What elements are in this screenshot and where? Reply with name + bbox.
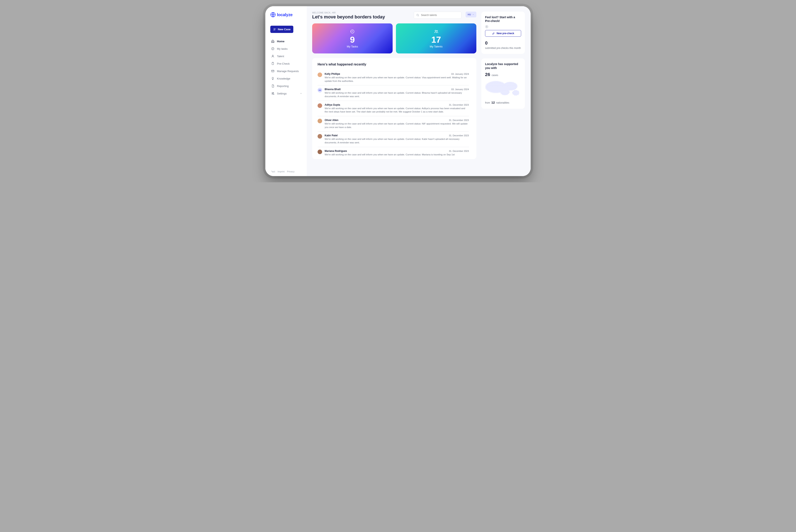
avatar	[318, 119, 322, 123]
activity-item[interactable]: BBBhavna Bhatt03. January 2024We're stil…	[318, 86, 469, 101]
support-card: Localyze has supported you with 26 cases…	[481, 58, 525, 109]
chevron-down-icon	[472, 14, 474, 16]
tasks-label: My Tasks	[316, 45, 388, 48]
precheck-stat: 0 submitted pre-checks this month	[485, 40, 521, 50]
activity-card: Here's what happened recently Kelly Phil…	[312, 58, 476, 159]
support-title: Localyze has supported you with	[485, 62, 521, 70]
avatar	[318, 150, 322, 154]
home-icon	[271, 40, 275, 43]
svg-point-6	[273, 92, 274, 93]
precheck-card: Feel lost? Start with a Pre-check! i New…	[481, 12, 525, 54]
activity-message: We're still working on the case and will…	[325, 137, 469, 144]
cases-label: cases	[492, 74, 498, 77]
search-input[interactable]	[414, 12, 461, 19]
activity-message: We're still working on the case and will…	[325, 91, 469, 98]
activity-body: Kabir Patel31. December 2023We're still …	[325, 134, 469, 144]
mail-icon	[271, 70, 275, 73]
svg-point-2	[272, 48, 274, 50]
search-icon	[416, 14, 419, 17]
sidebar-item-settings[interactable]: Settings	[270, 90, 303, 97]
brand-logo: localyze	[270, 12, 303, 17]
new-precheck-button[interactable]: New pre-check	[485, 30, 521, 37]
user-menu[interactable]: HU	[466, 12, 476, 17]
main: WELCOME BACK, HR! Let's move beyond bord…	[307, 6, 531, 176]
activity-title: Here's what happened recently	[318, 62, 471, 66]
activity-date: 03. January 2024	[451, 73, 469, 75]
edit-icon	[492, 32, 495, 35]
sidebar-item-mytasks[interactable]: My tasks	[270, 45, 303, 52]
activity-message: We're still working on the case and will…	[325, 76, 469, 83]
svg-point-1	[274, 28, 275, 30]
activity-item[interactable]: Aditya Gupta31. December 2023We're still…	[318, 101, 469, 116]
check-circle-icon	[271, 47, 275, 50]
precheck-title: Feel lost? Start with a Pre-check!	[485, 15, 521, 23]
activity-body: Mariana Rodrigues31. December 2023We're …	[325, 150, 469, 156]
header-row: WELCOME BACK, HR! Let's move beyond bord…	[312, 12, 476, 20]
sidebar-footer: *act Imprint Privacy	[270, 170, 303, 173]
new-case-label: New Case	[278, 28, 291, 31]
activity-body: Aditya Gupta31. December 2023We're still…	[325, 103, 469, 114]
activity-item[interactable]: Oliver Allen31. December 2023We're still…	[318, 116, 469, 132]
avatar	[318, 103, 322, 108]
activity-body: Kelly Phillipe03. January 2024We're stil…	[325, 73, 469, 83]
footer-link-act[interactable]: *act	[271, 170, 275, 173]
cases-count: 26	[485, 72, 490, 77]
footer-link-privacy[interactable]: Privacy	[287, 170, 295, 173]
activity-item[interactable]: Mariana Rodrigues31. December 2023We're …	[318, 147, 469, 157]
sliders-icon	[271, 92, 275, 95]
sidebar-item-managerequests[interactable]: Manage Requests	[270, 68, 303, 74]
search-wrap	[414, 12, 461, 19]
stat-card-tasks[interactable]: 9 My Tasks	[312, 23, 393, 54]
talents-label: My Talents	[400, 45, 472, 48]
right-column: Feel lost? Start with a Pre-check! i New…	[481, 12, 525, 170]
user-plus-icon	[273, 28, 276, 31]
sidebar-item-talent[interactable]: Talent	[270, 53, 303, 59]
clipboard-icon	[271, 62, 275, 65]
nat-label: nationalities	[496, 101, 509, 104]
activity-body: Bhavna Bhatt03. January 2024We're still …	[325, 88, 469, 98]
world-map-icon	[485, 80, 521, 97]
sidebar-item-label: Pre-Check	[277, 62, 290, 65]
activity-message: We're still working on the case and will…	[325, 107, 469, 114]
activity-list[interactable]: Kelly Phillipe03. January 2024We're stil…	[318, 70, 471, 157]
svg-point-11	[437, 31, 438, 32]
activity-name: Bhavna Bhatt	[325, 88, 340, 91]
activity-body: Oliver Allen31. December 2023We're still…	[325, 119, 469, 129]
new-case-button[interactable]: New Case	[270, 26, 293, 33]
lightbulb-icon	[271, 77, 275, 80]
from-label: from	[485, 101, 490, 104]
nat-count: 12	[491, 101, 495, 104]
avatar	[318, 134, 322, 138]
greeting: WELCOME BACK, HR! Let's move beyond bord…	[312, 12, 410, 20]
new-precheck-label: New pre-check	[497, 32, 514, 35]
sidebar-item-label: Settings	[277, 92, 287, 95]
activity-name: Oliver Allen	[325, 119, 338, 121]
activity-name: Kabir Patel	[325, 134, 338, 137]
sidebar-item-reporting[interactable]: Reporting	[270, 83, 303, 89]
footer-link-imprint[interactable]: Imprint	[278, 170, 284, 173]
stat-card-talents[interactable]: 17 My Talents	[396, 23, 476, 54]
sidebar-item-label: Home	[277, 40, 284, 43]
activity-item[interactable]: Kelly Phillipe03. January 2024We're stil…	[318, 70, 469, 86]
support-nationalities: from 12 nationalities	[485, 100, 521, 104]
user-icon	[271, 55, 275, 58]
info-icon[interactable]: i	[485, 25, 488, 28]
activity-name: Mariana Rodrigues	[325, 150, 347, 152]
greeting-eyebrow: WELCOME BACK, HR!	[312, 12, 410, 14]
activity-date: 31. December 2023	[449, 134, 469, 137]
precheck-count: 0	[485, 40, 487, 45]
support-cases: 26 cases	[485, 72, 521, 78]
sidebar-item-home[interactable]: Home	[270, 38, 303, 44]
activity-name: Kelly Phillipe	[325, 73, 340, 75]
precheck-count-label: submitted pre-checks this month	[485, 46, 521, 50]
sidebar-item-knowledge[interactable]: Knowledge	[270, 75, 303, 82]
sidebar-item-precheck[interactable]: Pre-Check	[270, 60, 303, 67]
activity-item[interactable]: Kabir Patel31. December 2023We're still …	[318, 132, 469, 147]
sidebar: localyze New Case Home My tasks Talent	[265, 6, 307, 176]
activity-date: 31. December 2023	[449, 150, 469, 152]
activity-date: 03. January 2024	[451, 88, 469, 91]
activity-date: 31. December 2023	[449, 119, 469, 121]
history-icon	[350, 29, 355, 34]
activity-message: We're still working on the case and will…	[325, 122, 469, 129]
sidebar-item-label: Knowledge	[277, 77, 290, 80]
